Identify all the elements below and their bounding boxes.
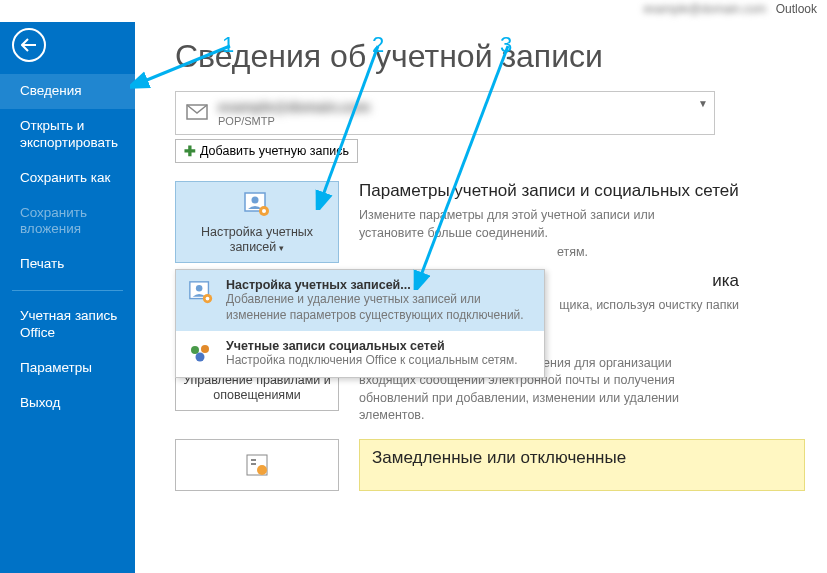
- plus-icon: ✚: [184, 143, 196, 159]
- nav-save-as[interactable]: Сохранить как: [0, 161, 135, 196]
- svg-point-4: [262, 209, 266, 213]
- section-account-settings: Настройка учетных записей▾ Параметры уче…: [175, 181, 805, 263]
- account-protocol: POP/SMTP: [218, 115, 370, 127]
- addins-warning: Замедленные или отключенные: [359, 439, 805, 491]
- arrow-left-icon: [21, 37, 37, 53]
- account-icon: [184, 100, 210, 126]
- nav-office-account[interactable]: Учетная запись Office: [0, 299, 135, 351]
- svg-point-11: [196, 353, 205, 362]
- chevron-down-icon: ▾: [279, 243, 284, 253]
- section-addins: Замедленные или отключенные: [175, 439, 805, 491]
- backstage-sidebar: Сведения Открыть и экспортировать Сохран…: [0, 22, 135, 573]
- account-settings-icon: [186, 278, 216, 308]
- svg-point-2: [252, 197, 259, 204]
- addins-button-stub[interactable]: [175, 439, 339, 491]
- nav-save-attachments: Сохранить вложения: [0, 196, 135, 248]
- account-settings-icon: [241, 189, 273, 221]
- section-heading: Параметры учетной записи и социальных се…: [359, 181, 739, 201]
- addins-icon: [243, 451, 271, 479]
- main-pane: Сведения об учетной записи example@domai…: [135, 22, 827, 573]
- svg-rect-16: [251, 463, 256, 465]
- page-title: Сведения об учетной записи: [175, 38, 805, 75]
- section-desc: Измените параметры для этой учетной запи…: [359, 207, 719, 242]
- nav-info[interactable]: Сведения: [0, 74, 135, 109]
- add-account-button[interactable]: ✚ Добавить учетную запись: [175, 139, 358, 163]
- section-tail: етям.: [359, 244, 719, 262]
- nav-print[interactable]: Печать: [0, 247, 135, 282]
- menu-item-account-settings[interactable]: Настройка учетных записей... Добавление …: [176, 270, 544, 331]
- svg-point-17: [257, 465, 267, 475]
- chevron-down-icon: ▼: [698, 98, 708, 109]
- nav-exit[interactable]: Выход: [0, 386, 135, 421]
- svg-rect-15: [251, 459, 256, 461]
- svg-point-10: [201, 345, 209, 353]
- svg-point-9: [191, 346, 199, 354]
- account-settings-menu: Настройка учетных записей... Добавление …: [175, 269, 545, 378]
- nav-open-export[interactable]: Открыть и экспортировать: [0, 109, 135, 161]
- title-bar: example@domain.com Outlook: [0, 0, 827, 22]
- menu-item-social-accounts[interactable]: Учетные записи социальных сетей Настройк…: [176, 331, 544, 377]
- app-name: Outlook: [776, 2, 817, 16]
- account-name-blur: example@domain.com: [643, 2, 766, 16]
- svg-point-6: [196, 285, 203, 292]
- account-settings-button[interactable]: Настройка учетных записей▾: [175, 181, 339, 263]
- nav-separator: [12, 290, 123, 291]
- account-email-blur: example@domain.com: [218, 99, 370, 115]
- nav-options[interactable]: Параметры: [0, 351, 135, 386]
- social-accounts-icon: [186, 339, 216, 369]
- account-selector[interactable]: example@domain.com POP/SMTP ▼: [175, 91, 715, 135]
- back-button[interactable]: [12, 28, 46, 62]
- svg-point-8: [206, 297, 210, 301]
